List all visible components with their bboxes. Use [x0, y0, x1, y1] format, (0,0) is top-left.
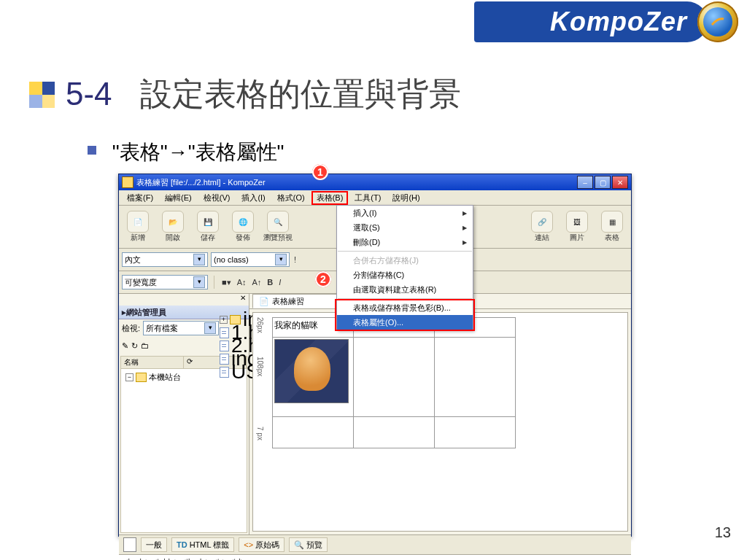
sidebar: ✕ ▸ 網站管理員 檢視: 所有檔案▾ ✎ ↻ 🗀 名稱⟳ −本機站台 — [119, 294, 249, 534]
bullet-icon — [88, 146, 96, 155]
section-number: 5-4 — [66, 76, 112, 112]
btn-new[interactable]: 📄新增 — [122, 211, 154, 243]
menu-file[interactable]: 檔案(F) — [122, 192, 158, 204]
view-label: 檢視: — [122, 323, 140, 334]
btn-bold[interactable]: B — [266, 278, 274, 287]
subtitle-text: "表格"→"表格屬性" — [112, 141, 285, 163]
cat-image[interactable] — [274, 339, 349, 403]
doc-icon — [123, 537, 136, 552]
btn-table[interactable]: ▦表格 — [596, 211, 628, 243]
titlebar[interactable]: 表格練習 [file:/.../2.html] - KompoZer – ▢ ✕ — [119, 174, 631, 190]
col-name: 名稱 — [121, 357, 184, 368]
menu-table[interactable]: 表格(B) — [311, 191, 349, 205]
view-mode-bar: 一般 TDHTML 標籤 <>原始碼 🔍預覽 — [119, 534, 631, 554]
btn-save[interactable]: 💾儲存 — [192, 211, 224, 243]
mi-select[interactable]: 選取(S) — [337, 220, 473, 235]
brand-globe-icon — [697, 1, 738, 42]
combo-paragraph[interactable]: 內文▾ — [122, 252, 208, 267]
mi-table-props[interactable]: 表格屬性(O)... — [337, 315, 473, 330]
annotation-2: 2 — [315, 271, 331, 287]
table-menu: 插入(I) 選取(S) 刪除(D) 合併右方儲存格(J) 分割儲存格(C) 由選… — [336, 205, 473, 330]
sb-btn-1[interactable]: ✎ — [122, 341, 128, 351]
sb-btn-2[interactable]: ↻ — [131, 341, 138, 351]
app-icon — [122, 176, 133, 188]
canvas[interactable]: 26px 108px 7 px 我家的貓咪 — [252, 312, 628, 532]
font-smaller[interactable]: A↕ — [236, 278, 248, 287]
brand-text: KompoZer — [550, 7, 687, 37]
color-picker[interactable]: ■▾ — [220, 278, 233, 287]
sidebar-close-row: ✕ — [119, 294, 249, 306]
minimize-button[interactable]: – — [577, 176, 593, 189]
btn-open[interactable]: 📂開啟 — [157, 211, 189, 243]
mi-split[interactable]: 分割儲存格(C) — [337, 268, 473, 282]
view-normal[interactable]: 一般 — [141, 537, 167, 552]
sidebar-close-icon[interactable]: ✕ — [240, 294, 246, 306]
btn-link[interactable]: 🔗連結 — [526, 211, 558, 243]
menubar: 檔案(F) 編輯(E) 檢視(V) 插入(I) 格式(O) 表格(B) 工具(T… — [119, 190, 631, 206]
mi-merge: 合併右方儲存格(J) — [337, 253, 473, 268]
content-table[interactable]: 我家的貓咪 — [272, 317, 516, 448]
btn-publish[interactable]: 🌐發佈 — [227, 211, 259, 243]
close-button[interactable]: ✕ — [612, 176, 628, 189]
brand-band: KompoZer — [388, 1, 747, 42]
btn-preview[interactable]: 🔍瀏覽預視 — [262, 211, 294, 243]
mi-create-from-sel[interactable]: 由選取資料建立表格(R) — [337, 282, 473, 297]
menu-format[interactable]: 格式(O) — [272, 192, 310, 204]
page-number: 13 — [715, 524, 731, 541]
file-tree[interactable]: 名稱⟳ −本機站台 +image 1.html 2.html index.htm… — [120, 356, 247, 533]
app-window: 表格練習 [file:/.../2.html] - KompoZer – ▢ ✕… — [118, 174, 632, 537]
slide-title: 5-4 設定表格的位置與背景 — [66, 73, 461, 116]
mi-insert[interactable]: 插入(I) — [337, 206, 473, 220]
menu-view[interactable]: 檢視(V) — [198, 192, 236, 204]
mi-delete[interactable]: 刪除(D) — [337, 235, 473, 249]
annotation-1: 1 — [312, 164, 328, 180]
axis-row3: 7 px — [256, 427, 264, 440]
sb-btn-3[interactable]: 🗀 — [141, 341, 149, 350]
view-preview[interactable]: 🔍預覽 — [289, 537, 328, 552]
btn-exclaim[interactable]: ! — [293, 255, 298, 264]
section-title: 設定表格的位置與背景 — [140, 76, 461, 112]
maximize-button[interactable]: ▢ — [595, 176, 611, 189]
window-title: 表格練習 [file:/.../2.html] - KompoZer — [136, 177, 266, 188]
axis-row1: 26px — [256, 317, 264, 333]
combo-class[interactable]: (no class)▾ — [211, 252, 290, 267]
menu-help[interactable]: 說明(H) — [387, 192, 425, 204]
mi-bgcolor[interactable]: 表格或儲存格背景色彩(B)... — [337, 300, 473, 315]
font-larger[interactable]: A↑ — [251, 278, 263, 287]
accent-block-icon — [29, 82, 55, 108]
view-htmltags[interactable]: TDHTML 標籤 — [171, 537, 234, 552]
menu-edit[interactable]: 編輯(E) — [160, 192, 197, 204]
tree-file-usb[interactable]: USBCop1.0Pre... — [206, 365, 247, 378]
menu-tools[interactable]: 工具(T) — [349, 192, 386, 204]
btn-italic[interactable]: I — [277, 278, 282, 287]
subtitle: "表格"→"表格屬性" — [88, 139, 285, 166]
combo-width[interactable]: 可變寬度▾ — [122, 275, 208, 289]
breadcrumb[interactable]: <body> <table> <tbody> <tr> <td> — [123, 557, 245, 560]
tab-doc[interactable]: 📄 表格練習✕ — [252, 294, 350, 308]
btn-image[interactable]: 🖼圖片 — [561, 211, 593, 243]
status-bar: <body> <table> <tbody> <tr> <td> — [119, 554, 631, 560]
axis-row2: 108px — [256, 357, 264, 376]
menu-insert[interactable]: 插入(I) — [236, 192, 270, 204]
view-source[interactable]: <>原始碼 — [239, 537, 285, 552]
